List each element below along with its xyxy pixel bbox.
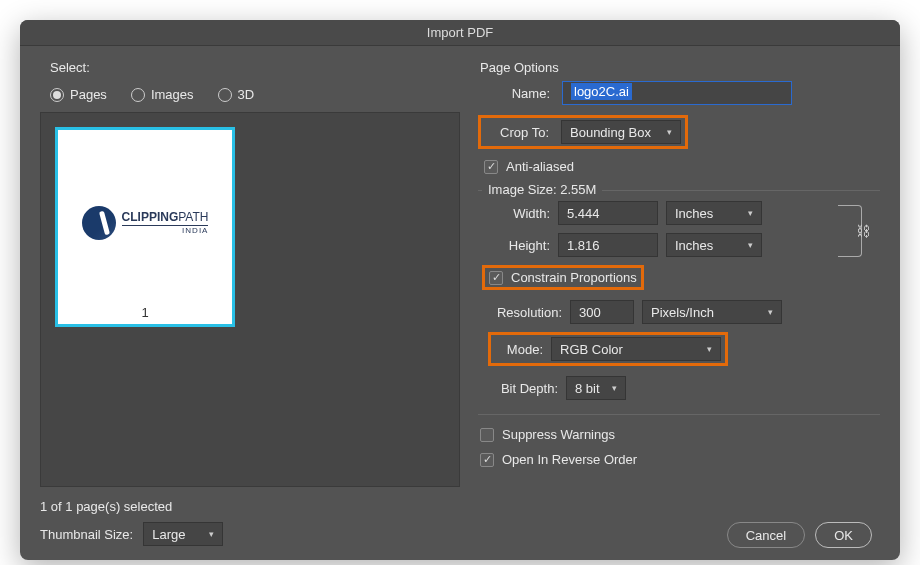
reverse-order-label: Open In Reverse Order (502, 452, 637, 467)
resolution-unit-value: Pixels/Inch (651, 305, 714, 320)
radio-dot-icon (218, 88, 232, 102)
chevron-down-icon: ▾ (707, 344, 712, 354)
width-unit-select[interactable]: Inches ▾ (666, 201, 762, 225)
thumbnail-page-number: 1 (58, 305, 232, 324)
crop-to-value: Bounding Box (570, 125, 651, 140)
width-unit-value: Inches (675, 206, 713, 221)
cancel-button[interactable]: Cancel (727, 522, 805, 548)
name-label: Name: (478, 86, 550, 101)
suppress-warnings-checkbox[interactable] (480, 428, 494, 442)
bitdepth-value: 8 bit (575, 381, 600, 396)
thumbnail-preview: CLIPPINGPATH INDIA (58, 130, 232, 305)
constrain-checkbox[interactable] (489, 271, 503, 285)
resolution-input[interactable] (570, 300, 634, 324)
dialog-title: Import PDF (20, 20, 900, 46)
thumbnail-size-value: Large (152, 527, 185, 542)
chevron-down-icon: ▾ (768, 307, 773, 317)
mode-value: RGB Color (560, 342, 623, 357)
bitdepth-select[interactable]: 8 bit ▾ (566, 376, 626, 400)
radio-dot-icon (131, 88, 145, 102)
resolution-label: Resolution: (488, 305, 562, 320)
radio-dot-icon (50, 88, 64, 102)
reverse-order-checkbox[interactable] (480, 453, 494, 467)
chevron-down-icon: ▾ (748, 208, 753, 218)
chevron-down-icon: ▾ (612, 383, 617, 393)
chevron-down-icon: ▾ (209, 529, 214, 539)
height-unit-select[interactable]: Inches ▾ (666, 233, 762, 257)
thumbnail-size-select[interactable]: Large ▾ (143, 522, 223, 546)
radio-pages[interactable]: Pages (50, 87, 107, 102)
bitdepth-label: Bit Depth: (488, 381, 558, 396)
width-label: Width: (488, 206, 550, 221)
radio-3d-label: 3D (238, 87, 255, 102)
page-options-label: Page Options (480, 60, 880, 75)
antialiased-label: Anti-aliased (506, 159, 574, 174)
chevron-down-icon: ▾ (667, 127, 672, 137)
logo-icon (82, 206, 116, 240)
width-input[interactable] (558, 201, 658, 225)
selection-info: 1 of 1 page(s) selected (40, 487, 460, 522)
chevron-down-icon: ▾ (748, 240, 753, 250)
radio-images[interactable]: Images (131, 87, 194, 102)
antialiased-checkbox[interactable] (484, 160, 498, 174)
radio-3d[interactable]: 3D (218, 87, 255, 102)
mode-select[interactable]: RGB Color ▾ (551, 337, 721, 361)
thumbnail-area[interactable]: CLIPPINGPATH INDIA 1 (40, 112, 460, 487)
crop-to-label: Crop To: (485, 125, 549, 140)
crop-to-select[interactable]: Bounding Box ▾ (561, 120, 681, 144)
height-input[interactable] (558, 233, 658, 257)
suppress-warnings-label: Suppress Warnings (502, 427, 615, 442)
import-pdf-dialog: Import PDF Select: Pages Images 3D (20, 20, 900, 560)
image-size-label: Image Size: 2.55M (482, 182, 602, 197)
page-thumbnail[interactable]: CLIPPINGPATH INDIA 1 (55, 127, 235, 327)
name-input[interactable]: logo2C.ai (562, 81, 792, 105)
ok-button[interactable]: OK (815, 522, 872, 548)
constrain-label: Constrain Proportions (511, 270, 637, 285)
height-unit-value: Inches (675, 238, 713, 253)
radio-pages-label: Pages (70, 87, 107, 102)
height-label: Height: (488, 238, 550, 253)
thumbnail-size-label: Thumbnail Size: (40, 527, 133, 542)
mode-label: Mode: (495, 342, 543, 357)
radio-images-label: Images (151, 87, 194, 102)
resolution-unit-select[interactable]: Pixels/Inch ▾ (642, 300, 782, 324)
select-label: Select: (50, 60, 460, 75)
link-icon[interactable]: ⛓ (856, 223, 870, 239)
